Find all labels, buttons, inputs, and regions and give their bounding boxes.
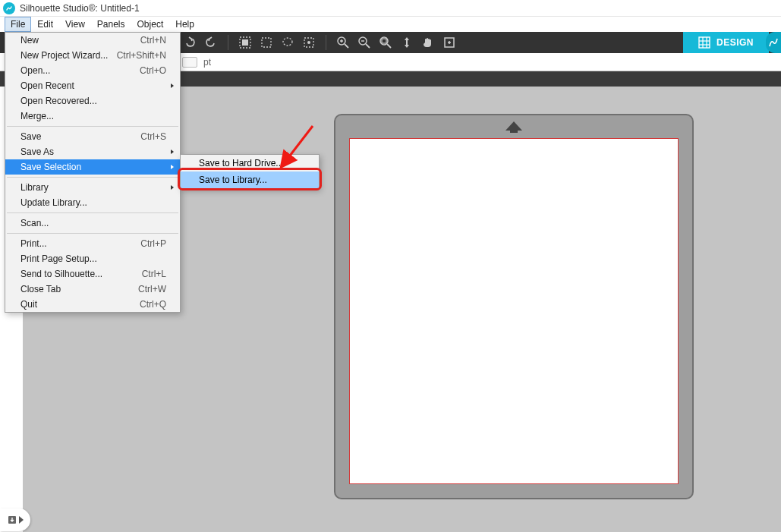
file-menu-dropdown: NewCtrl+NNew Project Wizard...Ctrl+Shift… bbox=[5, 32, 181, 313]
menu-item-label: Open... bbox=[20, 65, 140, 76]
download-icon bbox=[7, 515, 17, 525]
menu-separator bbox=[7, 212, 178, 213]
submenu-item-label: Save to Library... bbox=[199, 175, 267, 185]
menu-item-shortcut: Ctrl+N bbox=[140, 35, 166, 46]
submenu-item-label: Save to Hard Drive... bbox=[199, 158, 283, 168]
title-bar: Silhouette Studio®: Untitled-1 bbox=[0, 0, 781, 17]
menu-item-label: New bbox=[20, 35, 140, 46]
submenu-arrow-icon bbox=[169, 162, 175, 172]
file-menu-item[interactable]: Open Recent bbox=[5, 78, 180, 93]
menu-file[interactable]: File bbox=[5, 17, 31, 32]
menu-item-shortcut: Ctrl+W bbox=[138, 284, 166, 294]
svg-rect-15 bbox=[382, 39, 386, 43]
menu-item-label: Library bbox=[20, 182, 166, 193]
svg-rect-19 bbox=[699, 37, 710, 48]
menu-separator bbox=[7, 177, 178, 178]
file-menu-item[interactable]: Close TabCtrl+W bbox=[5, 282, 180, 297]
svg-point-5 bbox=[307, 41, 310, 44]
menu-item-label: Print... bbox=[20, 238, 140, 249]
menu-item-label: Open Recent bbox=[20, 80, 166, 91]
page-area[interactable] bbox=[349, 138, 679, 484]
submenu-arrow-icon bbox=[169, 146, 175, 157]
file-menu-item[interactable]: QuitCtrl+Q bbox=[5, 297, 180, 312]
svg-rect-2 bbox=[262, 38, 271, 47]
redo-button[interactable] bbox=[202, 33, 220, 52]
file-menu-item[interactable]: Open...Ctrl+O bbox=[5, 63, 180, 78]
menu-item-label: Save As bbox=[20, 146, 166, 157]
svg-point-3 bbox=[283, 38, 292, 46]
file-menu-item[interactable]: NewCtrl+N bbox=[5, 33, 180, 48]
zoom-out-icon[interactable] bbox=[355, 33, 373, 52]
svg-line-7 bbox=[345, 44, 348, 48]
app-icon bbox=[3, 2, 15, 14]
fit-page-icon[interactable] bbox=[440, 33, 458, 52]
menu-panels[interactable]: Panels bbox=[91, 17, 131, 32]
zoom-fit-icon[interactable] bbox=[376, 33, 395, 52]
options-unit: pt bbox=[203, 57, 211, 68]
next-tab-peek[interactable] bbox=[766, 32, 781, 53]
file-menu-item[interactable]: Print...Ctrl+P bbox=[5, 236, 180, 251]
menu-item-label: Open Recovered... bbox=[20, 96, 166, 106]
file-menu-item[interactable]: New Project Wizard...Ctrl+Shift+N bbox=[5, 48, 180, 63]
menu-item-label: Send to Silhouette... bbox=[20, 269, 142, 279]
select-lasso-icon[interactable] bbox=[279, 33, 297, 52]
menu-help[interactable]: Help bbox=[169, 17, 200, 32]
submenu-item[interactable]: Save to Library... bbox=[181, 172, 319, 188]
svg-line-14 bbox=[387, 44, 391, 48]
file-menu-item[interactable]: Save As bbox=[5, 144, 180, 159]
menu-object[interactable]: Object bbox=[131, 17, 170, 32]
zoom-drag-icon[interactable] bbox=[398, 33, 416, 52]
select-rect-icon[interactable] bbox=[257, 33, 276, 52]
menu-item-label: Scan... bbox=[20, 218, 166, 228]
pan-icon[interactable] bbox=[419, 33, 437, 52]
file-menu-item[interactable]: Scan... bbox=[5, 216, 180, 231]
file-menu-item[interactable]: SaveCtrl+S bbox=[5, 129, 180, 144]
menu-item-label: Save bbox=[20, 131, 140, 142]
submenu-item[interactable]: Save to Hard Drive... bbox=[181, 155, 319, 172]
design-tab-label: DESIGN bbox=[716, 37, 754, 48]
save-selection-submenu: Save to Hard Drive...Save to Library... bbox=[180, 154, 320, 189]
menu-item-shortcut: Ctrl+Q bbox=[140, 299, 166, 310]
svg-rect-1 bbox=[242, 39, 248, 46]
expand-right-icon bbox=[19, 516, 24, 524]
feed-direction-icon bbox=[504, 120, 524, 136]
menu-separator bbox=[7, 126, 178, 127]
file-menu-item[interactable]: Send to Silhouette...Ctrl+L bbox=[5, 266, 180, 282]
menu-separator bbox=[7, 233, 178, 234]
svg-line-11 bbox=[366, 44, 370, 48]
cutting-mat bbox=[334, 114, 694, 499]
submenu-arrow-icon bbox=[169, 182, 175, 193]
file-menu-item[interactable]: Library bbox=[5, 180, 180, 195]
undo-button[interactable] bbox=[181, 33, 199, 52]
file-menu-item[interactable]: Open Recovered... bbox=[5, 93, 180, 109]
design-tab[interactable]: DESIGN bbox=[683, 32, 769, 53]
menu-item-label: Save Selection bbox=[20, 162, 166, 172]
menu-item-label: Close Tab bbox=[20, 284, 138, 294]
menu-item-shortcut: Ctrl+S bbox=[140, 131, 166, 142]
menu-item-shortcut: Ctrl+L bbox=[142, 269, 166, 279]
menu-item-label: Update Library... bbox=[20, 197, 166, 208]
menu-item-shortcut: Ctrl+P bbox=[140, 238, 166, 249]
mode-tabs: DESIGN bbox=[683, 32, 781, 53]
window-title: Silhouette Studio®: Untitled-1 bbox=[20, 3, 140, 14]
menu-item-label: Merge... bbox=[20, 111, 166, 121]
file-menu-item[interactable]: Print Page Setup... bbox=[5, 251, 180, 266]
select-magic-icon[interactable] bbox=[300, 33, 318, 52]
file-menu-item[interactable]: Update Library... bbox=[5, 195, 180, 210]
menu-item-label: Quit bbox=[20, 299, 140, 310]
menu-item-shortcut: Ctrl+Shift+N bbox=[117, 50, 166, 61]
file-menu-item[interactable]: Merge... bbox=[5, 109, 180, 124]
menu-view[interactable]: View bbox=[59, 17, 91, 32]
bottom-left-panel-toggle[interactable] bbox=[0, 508, 30, 531]
options-swatch[interactable] bbox=[182, 57, 197, 68]
menu-edit[interactable]: Edit bbox=[31, 17, 59, 32]
select-all-icon[interactable] bbox=[236, 33, 254, 52]
submenu-arrow-icon bbox=[169, 80, 175, 91]
file-menu-item[interactable]: Save Selection bbox=[5, 159, 180, 175]
zoom-in-icon[interactable] bbox=[334, 33, 352, 52]
menu-bar: File Edit View Panels Object Help bbox=[0, 17, 781, 32]
menu-item-label: Print Page Setup... bbox=[20, 253, 166, 264]
menu-item-label: New Project Wizard... bbox=[20, 50, 117, 61]
menu-item-shortcut: Ctrl+O bbox=[140, 65, 166, 76]
